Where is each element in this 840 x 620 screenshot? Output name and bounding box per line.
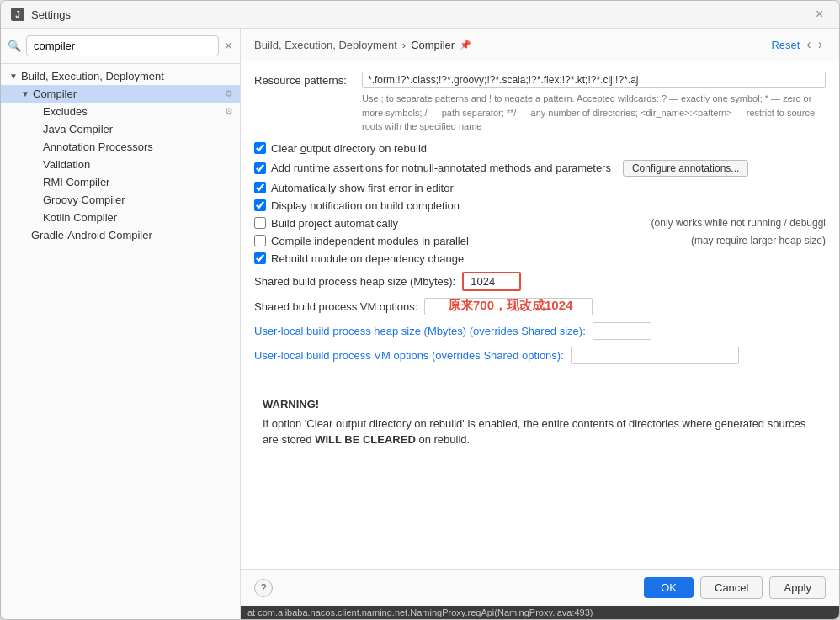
checkbox-rebuild-module: Rebuild module on dependency change bbox=[254, 252, 826, 265]
gradle-android-compiler-label: Gradle-Android Compiler bbox=[31, 229, 233, 241]
statusbar-text: at com.alibaba.nacos.client.naming.net.N… bbox=[247, 607, 593, 617]
user-local-vm-input[interactable] bbox=[571, 347, 739, 364]
breadcrumb-separator: › bbox=[402, 39, 406, 51]
shared-heap-size-input[interactable] bbox=[462, 272, 521, 291]
sidebar-item-rmi-compiler[interactable]: RMI Compiler bbox=[1, 173, 240, 191]
auto-show-error-label: Automatically show first error in editor bbox=[271, 182, 454, 194]
app-icon: J bbox=[11, 8, 24, 21]
right-panel: Build, Execution, Deployment › Compiler … bbox=[241, 29, 839, 619]
titlebar: J Settings × bbox=[1, 1, 839, 29]
warning-text: If option 'Clear output directory on reb… bbox=[263, 416, 817, 448]
shared-vm-options-row: Shared build process VM options: 原来700，现… bbox=[254, 298, 826, 315]
display-notification-checkbox[interactable] bbox=[254, 199, 266, 211]
search-clear-icon[interactable]: ✕ bbox=[224, 40, 233, 52]
apply-button[interactable]: Apply bbox=[769, 576, 826, 599]
checkbox-compile-parallel: Compile independent modules in parallel … bbox=[254, 235, 826, 247]
rebuild-module-checkbox[interactable] bbox=[254, 252, 266, 264]
checkbox-build-auto: Build project automatically (only works … bbox=[254, 217, 826, 230]
excludes-label: Excludes bbox=[43, 105, 221, 118]
kotlin-compiler-label: Kotlin Compiler bbox=[43, 211, 233, 224]
add-runtime-label: Add runtime assertions for notnull-annot… bbox=[271, 162, 611, 174]
build-exec-deploy-label: Build, Execution, Deployment bbox=[21, 70, 233, 82]
panel-header: Build, Execution, Deployment › Compiler … bbox=[241, 29, 839, 61]
groovy-compiler-label: Groovy Compiler bbox=[43, 193, 233, 206]
compile-parallel-hint: (may require larger heap size) bbox=[674, 235, 826, 246]
resource-patterns-label: Resource patterns: bbox=[254, 72, 355, 87]
build-auto-checkbox[interactable] bbox=[254, 217, 266, 229]
reset-button[interactable]: Reset bbox=[768, 37, 803, 53]
ok-button[interactable]: OK bbox=[644, 577, 694, 598]
java-compiler-label: Java Compiler bbox=[43, 123, 233, 135]
user-local-vm-label: User-local build process VM options (ove… bbox=[254, 349, 564, 362]
shared-heap-size-row: Shared build process heap size (Mbytes): bbox=[254, 272, 826, 291]
compiler-expander[interactable]: ▼ bbox=[19, 88, 31, 100]
clear-output-checkbox[interactable] bbox=[254, 142, 266, 154]
build-exec-deploy-expander[interactable]: ▼ bbox=[8, 71, 19, 82]
main-content: 🔍 ✕ ▼Build, Execution, Deployment▼Compil… bbox=[1, 29, 839, 619]
sidebar-item-kotlin-compiler[interactable]: Kotlin Compiler bbox=[1, 209, 240, 226]
checkbox-add-runtime: Add runtime assertions for notnull-annot… bbox=[254, 160, 826, 177]
sidebar-item-excludes[interactable]: Excludes⚙ bbox=[1, 103, 240, 120]
checkbox-display-notification: Display notification on build completion bbox=[254, 199, 826, 212]
user-local-heap-label: User-local build process heap size (Mbyt… bbox=[254, 325, 586, 337]
build-auto-hint: (only works while not running / debuggi bbox=[635, 217, 826, 229]
user-local-heap-input[interactable] bbox=[593, 322, 651, 340]
search-input[interactable] bbox=[26, 35, 219, 56]
statusbar: at com.alibaba.nacos.client.naming.net.N… bbox=[241, 606, 839, 619]
dialog-title: Settings bbox=[31, 8, 816, 21]
pin-icon: 📌 bbox=[460, 40, 471, 50]
annotation-processors-label: Annotation Processors bbox=[43, 140, 233, 153]
excludes-settings-icon: ⚙ bbox=[225, 106, 233, 117]
compiler-settings-icon: ⚙ bbox=[225, 88, 233, 99]
user-local-vm-row: User-local build process VM options (ove… bbox=[254, 347, 826, 364]
shared-vm-options-input[interactable] bbox=[424, 298, 593, 315]
validation-label: Validation bbox=[43, 158, 233, 171]
checkbox-auto-show-error: Automatically show first error in editor bbox=[254, 182, 826, 194]
nav-forward-button[interactable]: › bbox=[815, 35, 826, 54]
breadcrumb-path: Build, Execution, Deployment bbox=[254, 39, 397, 51]
add-runtime-checkbox[interactable] bbox=[254, 162, 266, 174]
sidebar-item-build-exec-deploy[interactable]: ▼Build, Execution, Deployment bbox=[1, 67, 240, 85]
panel-body: Resource patterns: Use ; to separate pat… bbox=[241, 61, 839, 569]
sidebar-item-validation[interactable]: Validation bbox=[1, 156, 240, 173]
shared-heap-size-label: Shared build process heap size (Mbytes): bbox=[254, 275, 455, 288]
settings-dialog: J Settings × 🔍 ✕ ▼Build, Execution, Depl… bbox=[0, 0, 840, 620]
compile-parallel-checkbox[interactable] bbox=[254, 235, 266, 246]
build-auto-label: Build project automatically bbox=[271, 217, 398, 230]
search-bar: 🔍 ✕ bbox=[1, 29, 240, 64]
help-button[interactable]: ? bbox=[254, 579, 273, 597]
breadcrumb-current: Compiler bbox=[411, 39, 455, 51]
user-local-heap-row: User-local build process heap size (Mbyt… bbox=[254, 322, 826, 340]
sidebar-tree: ▼Build, Execution, Deployment▼Compiler⚙E… bbox=[1, 64, 240, 619]
warning-title: WARNING! bbox=[263, 398, 817, 411]
compile-parallel-label: Compile independent modules in parallel bbox=[271, 235, 469, 247]
sidebar-item-groovy-compiler[interactable]: Groovy Compiler bbox=[1, 191, 240, 209]
auto-show-error-checkbox[interactable] bbox=[254, 182, 266, 193]
compiler-label: Compiler bbox=[33, 87, 221, 100]
rmi-compiler-label: RMI Compiler bbox=[43, 176, 233, 188]
checkbox-clear-output: Clear output directory on rebuild bbox=[254, 142, 826, 155]
resource-patterns-hint: Use ; to separate patterns and ! to nega… bbox=[362, 92, 826, 134]
sidebar-item-java-compiler[interactable]: Java Compiler bbox=[1, 120, 240, 138]
warning-box: WARNING! If option 'Clear output directo… bbox=[254, 389, 826, 457]
sidebar-item-annotation-processors[interactable]: Annotation Processors bbox=[1, 138, 240, 156]
resource-patterns-row: Resource patterns: bbox=[254, 72, 826, 88]
resource-patterns-input[interactable] bbox=[362, 72, 826, 88]
search-icon: 🔍 bbox=[8, 40, 21, 52]
sidebar: 🔍 ✕ ▼Build, Execution, Deployment▼Compil… bbox=[1, 29, 241, 619]
nav-back-button[interactable]: ‹ bbox=[803, 35, 814, 54]
close-button[interactable]: × bbox=[816, 8, 829, 21]
sidebar-item-gradle-android-compiler[interactable]: Gradle-Android Compiler bbox=[1, 226, 240, 244]
configure-annotations-button[interactable]: Configure annotations... bbox=[623, 160, 748, 177]
rebuild-module-label: Rebuild module on dependency change bbox=[271, 252, 464, 265]
cancel-button[interactable]: Cancel bbox=[700, 576, 763, 599]
display-notification-label: Display notification on build completion bbox=[271, 199, 460, 212]
shared-vm-options-label: Shared build process VM options: bbox=[254, 300, 417, 313]
breadcrumb: Build, Execution, Deployment › Compiler … bbox=[254, 39, 768, 51]
sidebar-item-compiler[interactable]: ▼Compiler⚙ bbox=[1, 85, 240, 103]
bottom-bar: ? OK Cancel Apply bbox=[241, 569, 839, 606]
clear-output-label: Clear output directory on rebuild bbox=[271, 142, 427, 155]
